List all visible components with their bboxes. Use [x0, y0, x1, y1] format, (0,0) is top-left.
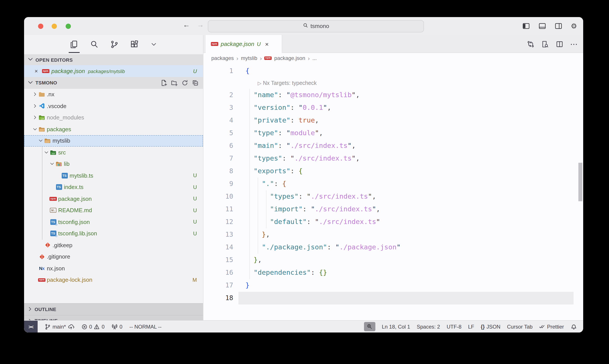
chevron-right-icon[interactable]	[32, 92, 38, 97]
minimize-traffic-light[interactable]	[52, 23, 57, 29]
back-icon[interactable]: ←	[181, 21, 191, 29]
tree-item-packages[interactable]: packages	[24, 123, 203, 135]
zoom-traffic-light[interactable]	[66, 23, 71, 29]
close-traffic-light[interactable]	[38, 23, 43, 29]
code-line-15[interactable]: 15 },	[203, 254, 583, 266]
open-editor-item[interactable]: × npm package.json packages/mytslib U	[24, 65, 203, 77]
breadcrumb-item[interactable]: packages	[211, 55, 234, 61]
problems[interactable]: 00	[81, 324, 104, 330]
code-line-1[interactable]: 1{	[203, 65, 583, 78]
breadcrumb-item[interactable]: mytslib	[241, 55, 257, 61]
tab-package-json[interactable]: npm package.json U ×	[206, 35, 282, 53]
explorer-files-icon[interactable]	[70, 40, 78, 49]
collapse-all-icon[interactable]	[192, 80, 199, 86]
cursor-position[interactable]: Ln 18, Col 1	[382, 324, 410, 330]
split-editor-icon[interactable]	[556, 40, 563, 48]
code-line-17[interactable]: 17}	[203, 279, 583, 292]
tree-item-readme-md[interactable]: M↓README.mdU	[24, 205, 203, 216]
open-editor-label[interactable]: package.json	[52, 68, 85, 74]
close-icon[interactable]: ×	[265, 40, 269, 48]
chevron-right-icon[interactable]	[32, 103, 38, 109]
explorer-header[interactable]: TSMONO	[24, 77, 203, 89]
chevron-down-icon[interactable]	[38, 138, 43, 144]
code-line-6[interactable]: 6 "main": "./src/index.ts",	[203, 140, 583, 152]
scrollbar[interactable]	[578, 163, 582, 201]
breadcrumb-separator: ›	[236, 55, 238, 62]
code-lens-text[interactable]: Nx Targets: typecheck	[263, 80, 317, 86]
section-header-outline[interactable]: OUTLINE	[24, 303, 203, 315]
code-line-13[interactable]: 13 },	[203, 228, 583, 241]
open-editors-header[interactable]: OPEN EDITORS	[24, 54, 203, 65]
breadcrumb-item[interactable]: package.json	[274, 55, 305, 61]
line-number: 4	[203, 114, 233, 127]
tree-item--nx[interactable]: .nx	[24, 89, 203, 100]
formatter[interactable]: Prettier	[539, 324, 564, 330]
code-line-2[interactable]: 2 "name": "@tsmono/mytslib",	[203, 89, 583, 102]
tree-item-tsconfig-json[interactable]: TS⚙tsconfig.jsonU	[24, 216, 203, 228]
code-line-11[interactable]: 11 "import": "./src/index.ts",	[203, 203, 583, 216]
code-lens[interactable]: ▷ Nx Targets: typecheck	[203, 78, 583, 89]
toggle-panel-icon[interactable]	[538, 22, 546, 30]
open-changes-icon[interactable]	[527, 40, 534, 48]
cursor-tab[interactable]: Cursor Tab	[507, 324, 533, 330]
tree-item-tsconfig-lib-json[interactable]: TS⚙tsconfig.lib.jsonU	[24, 228, 203, 239]
vim-mode[interactable]: -- NORMAL --	[130, 324, 162, 330]
tree-item-src[interactable]: <>src	[24, 147, 203, 158]
chevron-down-icon[interactable]	[50, 161, 55, 167]
code-line-12[interactable]: 12 "default": "./src/index.ts"	[203, 216, 583, 228]
code-line-8[interactable]: 8 "exports": {	[203, 165, 583, 178]
tree-item--gitignore[interactable]: .gitignore	[24, 251, 203, 262]
new-file-icon[interactable]	[161, 80, 167, 86]
code-line-4[interactable]: 4 "private": true,	[203, 114, 583, 127]
forward-icon[interactable]: →	[195, 21, 205, 29]
tree-item--gitkeep[interactable]: .gitkeep	[24, 239, 203, 251]
close-icon[interactable]: ×	[35, 68, 40, 74]
new-folder-icon[interactable]	[171, 80, 178, 86]
source-control-icon[interactable]	[110, 40, 118, 49]
tree-item-nx-json[interactable]: Nxnx.json	[24, 262, 203, 274]
notifications[interactable]	[570, 323, 577, 330]
code-line-14[interactable]: 14 "./package.json": "./package.json"	[203, 241, 583, 254]
chevron-down-icon[interactable]	[32, 126, 38, 132]
zoom-indicator[interactable]	[364, 322, 375, 331]
code-line-18[interactable]: 18	[203, 292, 583, 304]
tree-item-package-json[interactable]: npmpackage.jsonU	[24, 193, 203, 205]
breadcrumb-item[interactable]: ...	[312, 55, 317, 61]
ports[interactable]: 0	[112, 324, 122, 330]
remote-indicator[interactable]: ><	[24, 321, 38, 333]
encoding[interactable]: UTF-8	[447, 324, 462, 330]
toggle-primary-sidebar-icon[interactable]	[522, 22, 530, 30]
chevron-right-icon[interactable]	[32, 115, 38, 120]
code-line-7[interactable]: 7 "types": "./src/index.ts",	[203, 152, 583, 165]
more-actions-icon[interactable]: ···	[570, 40, 578, 48]
code-line-3[interactable]: 3 "version": "0.0.1",	[203, 102, 583, 114]
open-preview-icon[interactable]	[542, 40, 549, 48]
chevron-down-icon[interactable]	[44, 149, 49, 156]
search-icon[interactable]	[90, 40, 98, 49]
code-line-9[interactable]: 9 ".": {	[203, 178, 583, 190]
code-area[interactable]: 1{▷ Nx Targets: typecheck2 "name": "@tsm…	[203, 64, 583, 320]
tree-item-lib[interactable]: lib	[24, 158, 203, 170]
tree-item-node-modules[interactable]: jsnode_modules	[24, 112, 203, 123]
tree-item-mytslib-ts[interactable]: TSmytslib.tsU	[24, 170, 203, 181]
language-mode[interactable]: {}JSON	[481, 324, 501, 330]
views-chevron-down-icon[interactable]	[151, 41, 157, 48]
code-line-16[interactable]: 16 "dependencies": {}	[203, 266, 583, 279]
settings-gear-icon[interactable]: ⚙	[571, 23, 577, 29]
lib-folder-icon	[56, 161, 62, 167]
tree-item--vscode[interactable]: .vscode	[24, 100, 203, 112]
code-line-10[interactable]: 10 "types": "./src/index.ts",	[203, 190, 583, 203]
tree-item-package-lock-json[interactable]: npmpackage-lock.jsonM	[24, 274, 203, 286]
toggle-secondary-sidebar-icon[interactable]	[555, 22, 562, 30]
git-branch[interactable]: main*	[45, 323, 74, 330]
tab-label[interactable]: package.json	[221, 41, 254, 47]
git-branch-icon	[45, 324, 51, 330]
refresh-icon[interactable]	[181, 80, 188, 86]
eol[interactable]: LF	[468, 324, 474, 330]
extensions-icon[interactable]	[130, 40, 139, 49]
command-center-search[interactable]: tsmono	[208, 20, 424, 32]
code-line-5[interactable]: 5 "type": "module",	[203, 127, 583, 140]
indentation[interactable]: Spaces: 2	[417, 324, 440, 330]
tree-item-index-ts[interactable]: TSindex.tsU	[24, 181, 203, 193]
tree-item-mytslib[interactable]: mytslib	[24, 135, 203, 147]
